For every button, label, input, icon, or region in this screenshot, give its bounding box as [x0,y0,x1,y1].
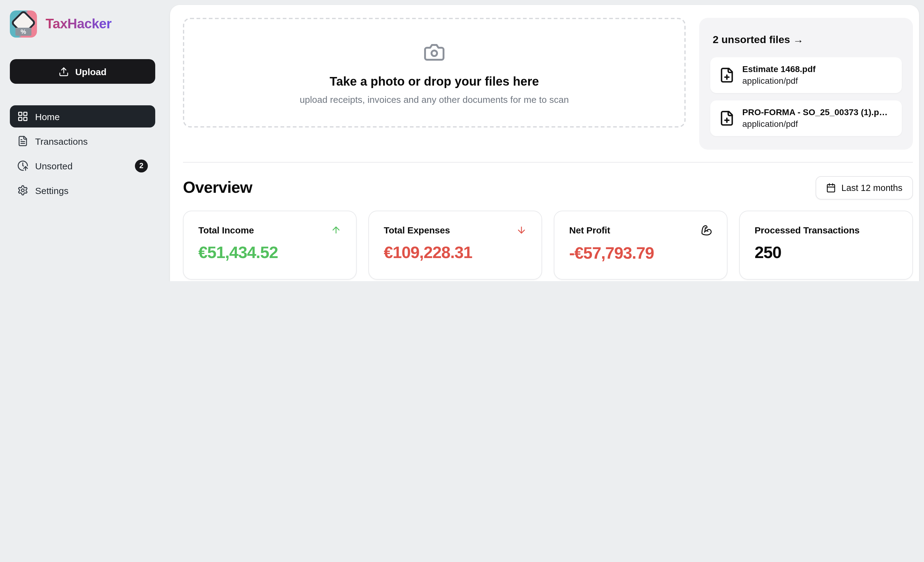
sidebar: % TaxHacker Upload Home Transactions [0,0,165,281]
arrow-up-icon [331,225,341,235]
biceps-flexed-icon [701,225,712,235]
upload-button[interactable]: Upload [10,59,155,84]
app-title: TaxHacker [46,16,111,32]
sidebar-nav: Home Transactions Unsorted 2 Settings [10,105,155,201]
sidebar-item-label: Home [35,111,60,121]
stat-label: Total Expenses [384,225,450,235]
upload-button-label: Upload [75,66,106,77]
file-text-icon [17,135,28,147]
stat-value: €51,434.52 [198,243,341,262]
stat-card-net-profit: Net Profit -€57,793.79 [554,210,728,279]
stat-card-total-expenses: Total Expenses €109,228.31 [368,210,542,279]
section-divider [183,162,913,162]
sidebar-item-label: Transactions [35,136,88,146]
unsorted-file-card[interactable]: Estimate 1468.pdf application/pdf [710,57,902,93]
calendar-icon [826,183,836,192]
unsorted-count-badge: 2 [135,159,148,172]
sidebar-item-label: Unsorted [35,160,73,171]
sidebar-item-transactions[interactable]: Transactions [10,130,155,152]
stat-label: Processed Transactions [754,225,860,235]
stat-value: 250 [754,243,897,262]
stat-card-processed-transactions: Processed Transactions 250 [739,210,913,279]
unsorted-files-panel: 2 unsorted files → Estimate 1468.pdf app… [699,18,913,149]
stat-label: Net Profit [569,225,610,235]
overview-title: Overview [183,178,252,197]
period-label: Last 12 months [842,183,903,192]
logo-laptop: % [15,28,32,36]
camera-icon [423,41,446,63]
file-name: Estimate 1468.pdf [742,63,816,75]
file-mime: application/pdf [742,118,888,130]
file-dropzone[interactable]: Take a photo or drop your files here upl… [183,18,686,127]
unsorted-files-link[interactable]: 2 unsorted files → [713,34,902,46]
stat-value: €109,228.31 [384,243,526,262]
layout-grid-icon [17,111,28,122]
sidebar-item-unsorted[interactable]: Unsorted 2 [10,154,155,177]
top-row: Take a photo or drop your files here upl… [183,18,913,149]
logo-row: % TaxHacker [10,10,155,37]
sidebar-item-settings[interactable]: Settings [10,179,155,201]
sidebar-item-home[interactable]: Home [10,105,155,127]
file-mime: application/pdf [742,75,816,87]
unsorted-file-card[interactable]: PRO-FORMA - SO_25_00373 (1).p… applicati… [710,100,902,136]
stat-value: -€57,793.79 [569,244,712,263]
overview-header: Overview Last 12 months [183,176,913,199]
dropzone-subtitle: upload receipts, invoices and any other … [300,94,569,104]
period-selector-button[interactable]: Last 12 months [816,176,913,199]
arrow-down-icon [516,225,526,235]
file-meta: PRO-FORMA - SO_25_00373 (1).p… applicati… [742,106,888,130]
gear-icon [17,185,28,196]
file-name: PRO-FORMA - SO_25_00373 (1).p… [742,106,888,118]
app-logo: % [10,10,37,37]
file-plus-icon [719,67,735,83]
sidebar-item-label: Settings [35,185,68,196]
file-plus-icon [719,110,735,126]
clock-arrow-up-icon [17,160,28,171]
overview-stats: Total Income €51,434.52 Total Expenses €… [183,210,913,279]
file-meta: Estimate 1468.pdf application/pdf [742,63,816,87]
stat-label: Total Income [198,225,254,235]
upload-icon [58,66,69,77]
stat-card-total-income: Total Income €51,434.52 [183,210,357,279]
main-content: Take a photo or drop your files here upl… [170,5,919,281]
app-window: % TaxHacker Upload Home Transactions [0,0,924,281]
dropzone-title: Take a photo or drop your files here [330,74,539,88]
